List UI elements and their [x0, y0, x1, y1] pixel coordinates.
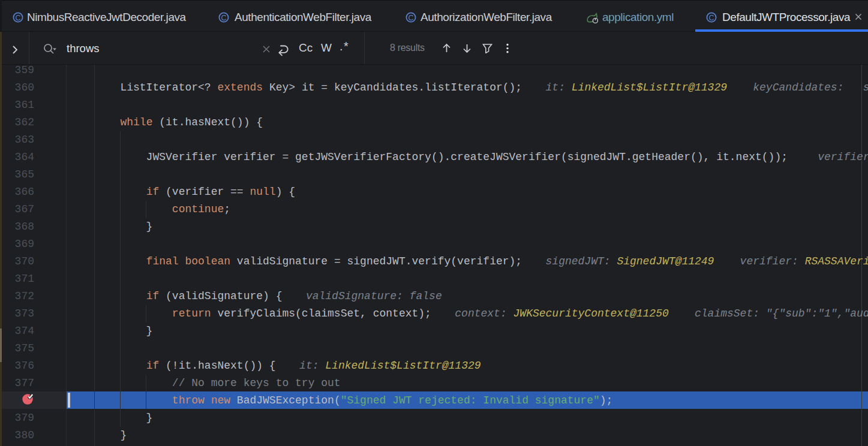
svg-text:C: C	[221, 14, 226, 22]
svg-text:C: C	[408, 14, 413, 22]
svg-text:C: C	[708, 14, 714, 22]
svg-text:C: C	[15, 14, 20, 22]
